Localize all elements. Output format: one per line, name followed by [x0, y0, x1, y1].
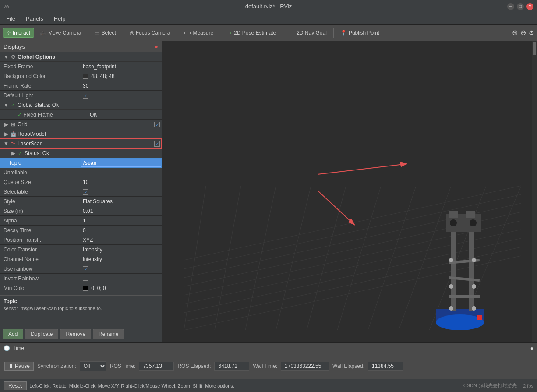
pause-button[interactable]: ⏸ Pause [4, 362, 34, 371]
topic-value[interactable]: /scan [81, 159, 162, 167]
menu-file[interactable]: File [4, 14, 18, 23]
remove-button[interactable]: Remove [60, 329, 91, 339]
fixed-frame-row: Fixed Frame base_footprint [0, 62, 162, 71]
menubar: File Panels Help [0, 13, 537, 25]
toolbar-settings-icon[interactable]: ⚙ [529, 29, 534, 36]
time-header-label: Time [13, 345, 24, 351]
invert-rainbow-value[interactable] [81, 275, 162, 282]
maximize-button[interactable]: □ [517, 3, 524, 10]
background-color-value[interactable]: 48; 48; 48 [81, 73, 162, 79]
min-color-row: Min Color 0; 0; 0 [0, 283, 162, 293]
toolbar-sep5 [283, 28, 283, 38]
menu-help[interactable]: Help [51, 14, 68, 23]
description-title: Topic [4, 298, 158, 304]
robot-model-expand[interactable]: ▶ [4, 131, 9, 137]
global-status-row[interactable]: ▼ ✓ Global Status: Ok [0, 100, 162, 110]
size-value[interactable]: 0.01 [81, 208, 162, 214]
reset-button[interactable]: Reset [4, 381, 27, 390]
default-light-row: Default Light ✓ [0, 91, 162, 100]
topic-row[interactable]: Topic /scan [0, 158, 162, 168]
joint2 [472, 258, 476, 262]
color-transform-value[interactable]: Intensity [81, 247, 162, 253]
statusbar: Reset Left-Click: Rotate. Middle-Click: … [0, 379, 537, 392]
robot-pole-right [469, 230, 474, 311]
invert-rainbow-label: Invert Rainbow [0, 275, 81, 282]
toolbar-plus-icon[interactable]: ⊕ [512, 28, 518, 37]
global-options-row[interactable]: ▼ ⚙ Global Options [0, 52, 162, 62]
sync-select[interactable]: Off Exact [80, 361, 106, 371]
global-status-fixed-frame-row: ✓ Fixed Frame OK [0, 110, 162, 120]
default-light-value[interactable]: ✓ [81, 92, 162, 99]
position-transform-label: Position Transf... [0, 237, 81, 243]
minimize-button[interactable]: ─ [507, 3, 514, 10]
default-light-checkbox[interactable]: ✓ [83, 93, 88, 99]
add-button[interactable]: Add [3, 329, 23, 339]
channel-name-value[interactable]: intensity [81, 256, 162, 262]
alpha-value[interactable]: 1 [81, 218, 162, 224]
color-transform-row: Color Transfor... Intensity [0, 245, 162, 254]
frame-rate-value[interactable]: 30 [81, 83, 162, 89]
time-close-icon[interactable]: ● [530, 345, 533, 351]
pose-estimate-button[interactable]: → 2D Pose Estimate [223, 28, 280, 38]
measure-icon: ⟷ [184, 30, 191, 36]
menu-panels[interactable]: Panels [23, 14, 46, 23]
joint6 [472, 306, 476, 311]
robot-base-bottom [436, 314, 484, 330]
queue-size-value[interactable]: 10 [81, 179, 162, 185]
robot-model-row[interactable]: ▶ 🤖 RobotModel [0, 129, 162, 139]
status-instruction: Left-Click: Rotate. Middle-Click: Move X… [29, 383, 234, 388]
grid-expand[interactable]: ▶ [4, 121, 9, 127]
fixed-frame-value[interactable]: base_footprint [81, 64, 162, 70]
background-color-swatch [83, 74, 88, 79]
displays-close-icon[interactable]: ● [155, 43, 158, 50]
style-value[interactable]: Flat Squares [81, 198, 162, 205]
min-color-label: Min Color [0, 285, 81, 291]
laser-scan-row[interactable]: ▼ 〜 LaserScan ✓ [0, 139, 162, 148]
duplicate-button[interactable]: Duplicate [25, 329, 58, 339]
displays-scroll[interactable]: ▼ ⚙ Global Options Fixed Frame base_foot… [0, 52, 162, 295]
laser-status-expand[interactable]: ▶ [11, 150, 16, 156]
position-transform-row: Position Transf... XYZ [0, 235, 162, 245]
background-color-row: Background Color 48; 48; 48 [0, 71, 162, 81]
position-transform-value[interactable]: XYZ [81, 237, 162, 243]
decay-time-value[interactable]: 0 [81, 227, 162, 233]
selectable-value[interactable]: ✓ [81, 189, 162, 195]
grid-icon: ⊞ [10, 121, 17, 127]
nav-icon: → [290, 30, 295, 36]
focus-camera-button[interactable]: ◎ Focus Camera [126, 28, 174, 38]
select-button[interactable]: ▭ Select [91, 28, 120, 38]
unreliable-label: Unreliable [0, 170, 81, 176]
interact-button[interactable]: ⊹ Interact [3, 28, 34, 38]
min-color-value[interactable]: 0; 0; 0 [81, 285, 162, 291]
gs-fixed-frame-label: ✓ Fixed Frame [7, 112, 88, 118]
close-button[interactable]: ✕ [526, 3, 533, 10]
global-options-expand[interactable]: ▼ [4, 54, 9, 60]
laser-icon: 〜 [10, 140, 17, 147]
grid-label: Grid [18, 121, 28, 127]
select-icon: ▭ [95, 30, 99, 36]
global-options-icon: ⚙ [10, 54, 17, 60]
laser-scan-status-row[interactable]: ▶ ✓ Status: Ok [0, 148, 162, 158]
publish-point-button[interactable]: 📍 Publish Point [336, 28, 383, 38]
grid-row[interactable]: ▶ ⊞ Grid ✓ [0, 120, 162, 129]
move-camera-button[interactable]: 🎥 Move Camera [36, 28, 85, 38]
grid-checkbox[interactable]: ✓ [154, 121, 160, 127]
use-rainbow-value[interactable]: ✓ [81, 266, 162, 272]
check-icon: ✓ [10, 102, 17, 108]
viewport[interactable] [162, 41, 537, 342]
displays-title: Displays [4, 43, 25, 50]
scrollbar-thumb[interactable] [533, 42, 536, 55]
rename-button[interactable]: Rename [93, 329, 124, 339]
toolbar-minus-icon[interactable]: ⊖ [520, 28, 526, 37]
measure-button[interactable]: ⟷ Measure [180, 28, 217, 38]
wall-elapsed-label: Wall Elapsed: [332, 363, 364, 369]
toolbar-sep3 [177, 28, 177, 38]
viewport-scrollbar[interactable] [532, 41, 537, 342]
laser-scan-checkbox[interactable]: ✓ [154, 141, 160, 147]
global-status-expand[interactable]: ▼ [4, 102, 9, 108]
robot-lens-left [450, 219, 457, 226]
laser-scan-expand[interactable]: ▼ [4, 141, 9, 147]
use-rainbow-label: Use rainbow [0, 266, 81, 272]
joint5 [449, 306, 453, 311]
nav-goal-button[interactable]: → 2D Nav Goal [286, 28, 331, 38]
